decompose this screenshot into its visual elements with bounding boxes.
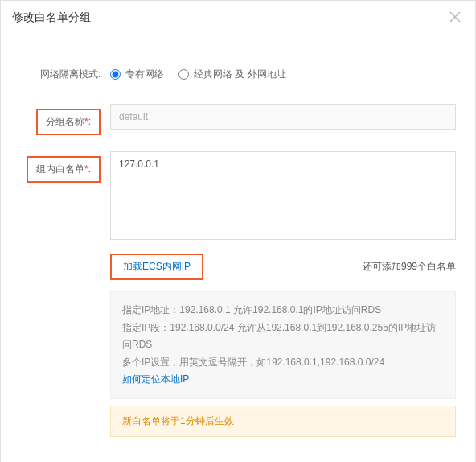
label-network-mode: 网络隔离模式: [20,63,110,81]
dialog-body: 网络隔离模式: 专有网络 经典网络 及 外网地址 分组名称*: [1,35,475,445]
link-row: 加载ECS内网IP 还可添加999个白名单 [110,254,456,280]
row-whitelist: 组内白名单*: 127.0.0.1 加载ECS内网IP 还可添加999个白名单 … [20,151,456,437]
radio-vpc-input[interactable] [110,69,121,80]
label-whitelist-wrap: 组内白名单*: [20,151,110,183]
remaining-count: 还可添加999个白名单 [363,260,456,274]
locate-local-ip-link[interactable]: 如何定位本地IP [122,373,189,385]
help-line-2: 指定IP段：192.168.0.0/24 允许从192.168.0.1到192.… [122,320,444,354]
label-group-name: 分组名称*: [36,109,101,135]
warning-box: 新白名单将于1分钟后生效 [110,406,456,437]
row-group-name: 分组名称*: [20,104,456,135]
whitelist-textarea[interactable]: 127.0.0.1 [110,151,456,240]
whitelist-dialog: 修改白名单分组 网络隔离模式: 专有网络 经典网络 及 外网地址 分组名称*: [0,0,476,462]
row-network-mode: 网络隔离模式: 专有网络 经典网络 及 外网地址 [20,63,456,81]
help-line-1: 指定IP地址：192.168.0.1 允许192.168.0.1的IP地址访问R… [122,302,444,320]
radio-classic[interactable]: 经典网络 及 外网地址 [178,68,286,81]
help-box: 指定IP地址：192.168.0.1 允许192.168.0.1的IP地址访问R… [110,291,456,399]
field-group-name [110,104,456,130]
close-icon[interactable] [449,10,461,25]
radio-classic-input[interactable] [178,69,189,80]
radio-classic-label: 经典网络 及 外网地址 [194,68,286,81]
group-name-input[interactable] [110,104,456,130]
dialog-header: 修改白名单分组 [1,1,475,35]
label-group-name-wrap: 分组名称*: [20,104,110,135]
ecs-link-box: 加载ECS内网IP [110,254,203,280]
load-ecs-ip-link[interactable]: 加载ECS内网IP [123,261,191,272]
radio-vpc[interactable]: 专有网络 [110,68,164,81]
dialog-title: 修改白名单分组 [12,10,91,25]
label-whitelist: 组内白名单*: [27,156,101,183]
field-whitelist: 127.0.0.1 加载ECS内网IP 还可添加999个白名单 指定IP地址：1… [110,151,456,437]
radio-vpc-label: 专有网络 [125,68,164,81]
network-mode-radio-group: 专有网络 经典网络 及 外网地址 [110,63,456,81]
help-line-3: 多个IP设置，用英文逗号隔开，如192.168.0.1,192.168.0.0/… [122,354,444,372]
